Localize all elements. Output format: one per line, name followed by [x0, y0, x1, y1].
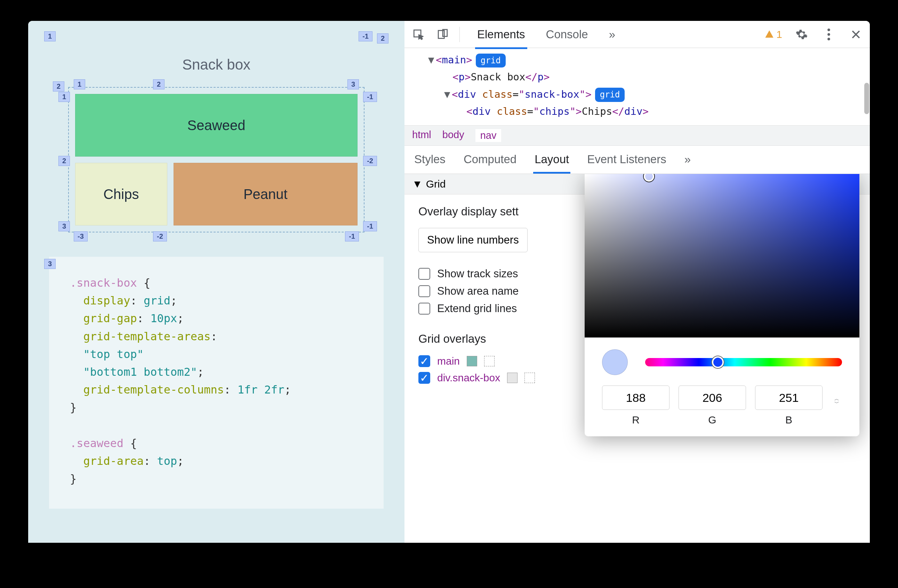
gear-icon[interactable]: [794, 27, 809, 42]
grid-line-label: 1: [58, 92, 70, 102]
grid-line-label: 3: [44, 259, 55, 269]
grid-overlay-region: 2 1 2 3 1 2 3 -1 -2 -1 -3 -2 -1 Seaweed …: [68, 87, 364, 232]
color-picker-popover: R G B ︿﹀: [584, 174, 860, 436]
breadcrumb-item[interactable]: nav: [475, 129, 501, 142]
hue-slider[interactable]: [645, 358, 842, 366]
close-icon[interactable]: [848, 27, 864, 42]
tab-styles[interactable]: Styles: [414, 153, 446, 166]
tab-event-listeners[interactable]: Event Listeners: [587, 153, 666, 166]
grid-line-label: -2: [153, 231, 167, 242]
r-input[interactable]: [602, 385, 669, 410]
layout-panel: ▼ Grid Overlay display sett Show line nu…: [404, 174, 870, 543]
snack-box-grid: Seaweed Chips Peanut: [75, 94, 358, 225]
current-color-swatch[interactable]: [602, 349, 628, 375]
grid-line-label: 2: [53, 82, 65, 91]
grid-cell-chips: Chips: [75, 163, 167, 225]
tab-computed[interactable]: Computed: [464, 153, 517, 166]
dom-tree[interactable]: ▼<main>grid <p>Snack box</p> ▼<div class…: [404, 48, 870, 125]
tab-elements[interactable]: Elements: [475, 21, 527, 48]
warning-badge[interactable]: 1: [764, 29, 782, 40]
grid-line-label: -1: [363, 92, 377, 102]
tab-overflow[interactable]: »: [607, 21, 617, 48]
color-swatch[interactable]: [507, 373, 518, 383]
color-swatch[interactable]: [467, 356, 477, 366]
breadcrumb-item[interactable]: body: [442, 129, 464, 142]
grid-cell-seaweed: Seaweed: [75, 94, 358, 157]
layout-icon[interactable]: [484, 356, 495, 366]
b-label: B: [755, 414, 823, 426]
grid-line-label: 2: [153, 79, 165, 89]
svg-rect-1: [438, 30, 444, 38]
color-mode-switcher[interactable]: ︿﹀: [832, 397, 842, 405]
breadcrumb[interactable]: html body nav: [404, 125, 870, 146]
grid-cell-peanut: Peanut: [174, 163, 358, 225]
svg-point-3: [827, 29, 830, 31]
grid-line-label: -1: [345, 231, 359, 242]
line-numbers-select[interactable]: Show line numbers: [418, 228, 527, 252]
grid-line-label: 3: [58, 221, 70, 231]
grid-line-label: 3: [348, 79, 359, 89]
page-viewport[interactable]: 1 -1 2 3 Snack box 2 1 2 3 1 2 3 -1 -2 -…: [28, 21, 404, 543]
page-title: Snack box: [46, 56, 387, 73]
saturation-field[interactable]: [584, 174, 860, 337]
grid-line-label: -1: [363, 221, 377, 231]
devtools-panel: Elements Console » 1: [404, 21, 870, 543]
css-code-block: .snack-box { display: grid; grid-gap: 10…: [49, 257, 384, 509]
inspect-icon[interactable]: [411, 27, 426, 42]
layout-icon[interactable]: [524, 373, 535, 383]
breadcrumb-item[interactable]: html: [412, 129, 431, 142]
svg-point-4: [827, 33, 830, 36]
r-label: R: [602, 414, 669, 426]
scrollbar[interactable]: [864, 83, 869, 114]
tab-console[interactable]: Console: [544, 21, 590, 48]
triangle-down-icon: ▼: [412, 178, 423, 190]
grid-line-label: -3: [74, 231, 88, 242]
device-toggle-icon[interactable]: [435, 27, 451, 42]
grid-line-label: -1: [358, 31, 372, 42]
tab-overflow[interactable]: »: [684, 153, 691, 166]
grid-line-label: 2: [58, 156, 70, 166]
grid-line-label: 2: [377, 34, 389, 43]
grid-line-label: -2: [363, 156, 377, 166]
grid-line-label: 1: [74, 79, 85, 89]
grid-line-label: 1: [44, 31, 55, 42]
svg-point-5: [827, 38, 830, 40]
styles-subpanel-tabs: Styles Computed Layout Event Listeners »: [404, 146, 870, 174]
saturation-thumb[interactable]: [644, 174, 654, 182]
hue-thumb[interactable]: [712, 356, 724, 368]
b-input[interactable]: [755, 385, 823, 410]
g-label: G: [678, 414, 746, 426]
devtools-toolbar: Elements Console » 1: [404, 21, 870, 48]
tab-layout[interactable]: Layout: [535, 153, 569, 166]
kebab-icon[interactable]: [821, 27, 836, 42]
g-input[interactable]: [678, 385, 746, 410]
